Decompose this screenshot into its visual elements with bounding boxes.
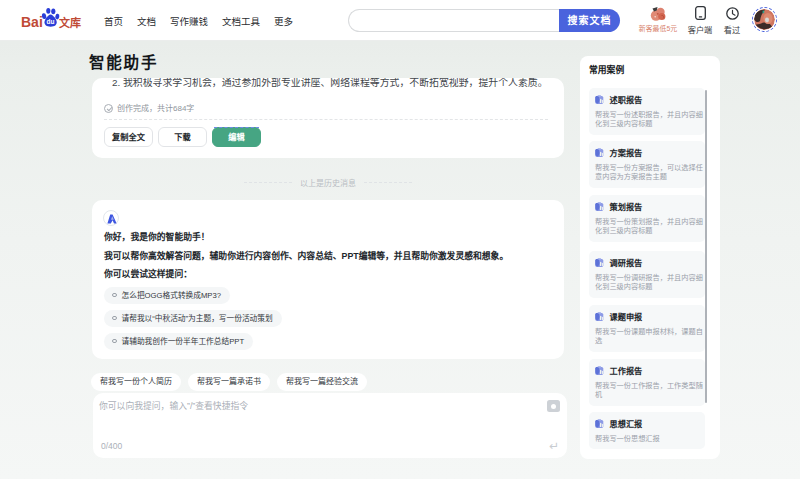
svg-text:du: du <box>47 18 55 25</box>
